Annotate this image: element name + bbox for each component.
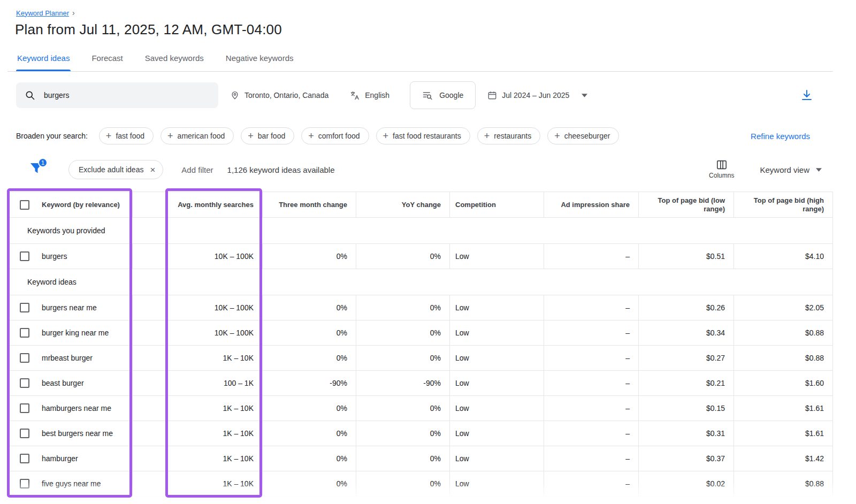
ad-impression-share-cell: – bbox=[544, 371, 639, 396]
filter-button[interactable]: 1 bbox=[30, 163, 44, 177]
broaden-chip-fast-food-restaurants[interactable]: + fast food restaurants bbox=[376, 127, 470, 144]
three-month-change-cell: 0% bbox=[263, 320, 356, 346]
search-input[interactable] bbox=[44, 91, 210, 100]
row-checkbox[interactable] bbox=[20, 303, 29, 312]
top-bid-low-cell: $0.31 bbox=[639, 421, 734, 446]
row-checkbox[interactable] bbox=[20, 454, 29, 463]
row-checkbox[interactable] bbox=[20, 403, 29, 413]
columns-icon bbox=[716, 160, 727, 170]
broaden-chip-american-food[interactable]: + american food bbox=[160, 127, 234, 144]
broaden-chip-cheeseburger[interactable]: + cheeseburger bbox=[547, 127, 619, 144]
tab-saved-keywords[interactable]: Saved keywords bbox=[144, 47, 205, 71]
row-checkbox[interactable] bbox=[20, 328, 29, 338]
chip-label: Exclude adult ideas bbox=[79, 165, 143, 174]
keyword-cell: beast burger bbox=[8, 371, 133, 396]
plus-icon: + bbox=[167, 131, 173, 141]
chevron-right-icon: › bbox=[72, 9, 75, 17]
col-avg-monthly-searches[interactable]: Avg. monthly searches bbox=[166, 192, 263, 218]
keyword-cell: hamburgers near me bbox=[8, 396, 133, 421]
columns-button[interactable]: Columns bbox=[709, 160, 734, 179]
search-icon bbox=[25, 90, 35, 101]
chevron-down-icon bbox=[816, 168, 822, 172]
tab-keyword-ideas[interactable]: Keyword ideas bbox=[16, 47, 71, 71]
location-label: Toronto, Ontario, Canada bbox=[244, 91, 328, 100]
col-three-month-change[interactable]: Three month change bbox=[263, 192, 356, 218]
page-title: Plan from Jul 11, 2025, 12 AM, GMT-04:00 bbox=[15, 21, 856, 38]
breadcrumb-link[interactable]: Keyword Planner bbox=[16, 9, 69, 17]
col-keyword[interactable]: Keyword (by relevance) bbox=[8, 192, 133, 218]
col-keyword-label: Keyword (by relevance) bbox=[42, 201, 120, 209]
broaden-chip-bar-food[interactable]: + bar food bbox=[241, 127, 294, 144]
table-row: burgers10K – 100K0%0%Low–$0.51$4.10 bbox=[8, 244, 833, 269]
row-checkbox[interactable] bbox=[20, 429, 29, 438]
exclude-adult-ideas-chip[interactable]: Exclude adult ideas × bbox=[68, 160, 163, 179]
keyword-cell: burger king near me bbox=[8, 320, 133, 346]
row-checkbox[interactable] bbox=[20, 353, 29, 363]
plus-icon: + bbox=[308, 131, 314, 141]
competition-cell: Low bbox=[450, 371, 544, 396]
refine-keywords-link[interactable]: Refine keywords bbox=[751, 132, 810, 141]
date-range-button[interactable]: Jul 2024 – Jun 2025 bbox=[487, 90, 587, 100]
broaden-chip-comfort-food[interactable]: + comfort food bbox=[301, 127, 369, 144]
avg-monthly-searches-cell: 1K – 10K bbox=[166, 421, 263, 446]
ad-impression-share-cell: – bbox=[544, 295, 639, 320]
row-checkbox[interactable] bbox=[20, 378, 29, 388]
keyword-text: burger king near me bbox=[42, 329, 109, 337]
spacer-cell bbox=[133, 421, 166, 446]
keyword-search-box[interactable] bbox=[16, 82, 218, 108]
competition-cell: Low bbox=[450, 320, 544, 346]
keyword-view-dropdown[interactable]: Keyword view bbox=[760, 165, 822, 174]
top-bid-low-cell: $0.27 bbox=[639, 346, 734, 371]
select-all-checkbox[interactable] bbox=[20, 200, 29, 210]
filter-count-badge: 1 bbox=[38, 158, 48, 167]
chevron-down-icon bbox=[582, 94, 587, 97]
table-row: mrbeast burger1K – 10K0%0%Low–$0.27$0.88 bbox=[8, 346, 833, 371]
avg-monthly-searches-cell: 1K – 10K bbox=[166, 396, 263, 421]
columns-label: Columns bbox=[709, 172, 734, 179]
yoy-change-cell: 0% bbox=[356, 396, 450, 421]
chip-label: fast food bbox=[116, 132, 144, 140]
competition-cell: Low bbox=[450, 244, 544, 269]
row-checkbox[interactable] bbox=[20, 479, 29, 488]
chip-label: bar food bbox=[258, 132, 285, 140]
keyword-cell: five guys near me bbox=[8, 471, 133, 497]
col-top-bid-high[interactable]: Top of page bid (high range) bbox=[734, 192, 833, 218]
yoy-change-cell: 0% bbox=[356, 295, 450, 320]
yoy-change-cell: 0% bbox=[356, 346, 450, 371]
chip-label: cheeseburger bbox=[564, 132, 610, 140]
location-pin-icon bbox=[230, 90, 240, 100]
plan-controls: Toronto, Ontario, Canada English Google … bbox=[16, 81, 840, 109]
yoy-change-cell: 0% bbox=[356, 446, 450, 471]
location-button[interactable]: Toronto, Ontario, Canada bbox=[230, 90, 328, 100]
close-icon[interactable]: × bbox=[150, 165, 155, 174]
table-row: best burgers near me1K – 10K0%0%Low–$0.3… bbox=[8, 421, 833, 446]
ad-impression-share-cell: – bbox=[544, 396, 639, 421]
table-row: burger king near me10K – 100K0%0%Low–$0.… bbox=[8, 320, 833, 346]
ad-impression-share-cell: – bbox=[544, 421, 639, 446]
tab-forecast[interactable]: Forecast bbox=[90, 47, 124, 71]
row-checkbox[interactable] bbox=[20, 251, 29, 261]
language-button[interactable]: English bbox=[350, 90, 389, 101]
top-bid-high-cell: $0.88 bbox=[734, 346, 833, 371]
col-ad-impression-share[interactable]: Ad impression share bbox=[544, 192, 639, 218]
avg-monthly-searches-cell: 10K – 100K bbox=[166, 295, 263, 320]
col-top-bid-low[interactable]: Top of page bid (low range) bbox=[639, 192, 734, 218]
spacer-cell bbox=[133, 320, 166, 346]
competition-cell: Low bbox=[450, 295, 544, 320]
col-competition[interactable]: Competition bbox=[450, 192, 544, 218]
competition-cell: Low bbox=[450, 446, 544, 471]
download-button[interactable] bbox=[800, 89, 813, 102]
add-filter-button[interactable]: Add filter bbox=[181, 165, 213, 174]
date-range-label: Jul 2024 – Jun 2025 bbox=[502, 91, 569, 100]
network-selector[interactable]: Google bbox=[410, 81, 476, 109]
broaden-chip-fast-food[interactable]: + fast food bbox=[99, 127, 154, 144]
top-bid-low-cell: $0.34 bbox=[639, 320, 734, 346]
tab-negative-keywords[interactable]: Negative keywords bbox=[225, 47, 295, 71]
spacer-cell bbox=[133, 446, 166, 471]
broaden-chip-restaurants[interactable]: + restaurants bbox=[477, 127, 541, 144]
three-month-change-cell: -90% bbox=[263, 371, 356, 396]
col-yoy-change[interactable]: YoY change bbox=[356, 192, 450, 218]
top-bid-high-cell: $0.88 bbox=[734, 320, 833, 346]
three-month-change-cell: 0% bbox=[263, 244, 356, 269]
top-bid-high-cell: $2.05 bbox=[734, 295, 833, 320]
